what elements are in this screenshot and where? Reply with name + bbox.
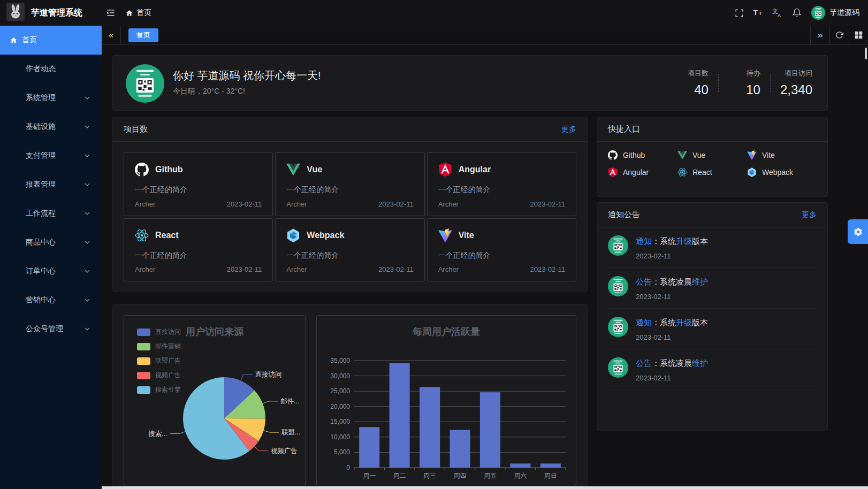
- stat-待办: 待办 10: [728, 68, 760, 97]
- project-head: Angular: [438, 163, 565, 177]
- project-author: Archer: [286, 200, 307, 208]
- tab-home[interactable]: 首页: [128, 28, 158, 42]
- project-date: 2023-02-11: [227, 265, 262, 273]
- angular-icon: [608, 167, 618, 177]
- projects-grid: Github 一个正经的简介 Archer 2023-02-11 Vue 一个正…: [113, 142, 587, 292]
- chevron-down-icon: [85, 299, 90, 302]
- project-footer: Archer 2023-02-11: [438, 265, 565, 273]
- project-footer: Archer 2023-02-11: [286, 265, 413, 273]
- sidebar-item-订单中心[interactable]: 订单中心: [0, 257, 102, 286]
- shortcut-Webpack[interactable]: Webpack: [747, 167, 817, 177]
- svg-text:周一: 周一: [363, 472, 376, 479]
- breadcrumb[interactable]: 首页: [125, 8, 151, 18]
- bar-chart-card: 每周用户活跃量 05,00010,00015,00020,00025,00030…: [316, 315, 576, 486]
- project-card-Angular[interactable]: Angular 一个正经的简介 Archer 2023-02-11: [427, 152, 576, 216]
- project-name: Angular: [459, 165, 491, 174]
- svg-text:20,000: 20,000: [330, 403, 350, 410]
- tabs-scroll-left-icon[interactable]: «: [102, 26, 121, 45]
- notice-title: 公告：系统凌晨维护: [636, 358, 708, 369]
- sidebar-item-工作流程[interactable]: 工作流程: [0, 199, 102, 228]
- sidebar-item-label: 工作流程: [26, 209, 56, 218]
- sidebar-item-支付管理[interactable]: 支付管理: [0, 141, 102, 170]
- sidebar-item-商品中心[interactable]: 商品中心: [0, 228, 102, 257]
- tabs-scroll-right-icon[interactable]: »: [810, 26, 829, 45]
- notices-list: 通知：系统升级版本 2023-02-11 公告：系统凌晨维护 2023-02-1…: [597, 227, 827, 390]
- notice-item[interactable]: 通知：系统升级版本 2023-02-11: [608, 227, 817, 268]
- project-card-Vite[interactable]: Vite 一个正经的简介 Archer 2023-02-11: [427, 218, 576, 282]
- fullscreen-icon[interactable]: [730, 4, 748, 22]
- sidebar-item-作者动态[interactable]: 作者动态: [0, 55, 102, 83]
- shortcuts-title: 快捷入口: [608, 124, 640, 134]
- shortcut-Vue[interactable]: Vue: [677, 150, 747, 160]
- github-icon: [608, 150, 618, 160]
- notice-title-segment: 公告: [636, 277, 652, 286]
- project-card-Webpack[interactable]: Webpack 一个正经的简介 Archer 2023-02-11: [275, 218, 424, 282]
- topbar: 芋道管理系统 首页 TT 文A 芋道源码: [0, 0, 868, 26]
- shortcut-label: Vue: [692, 151, 705, 159]
- stat-divider: [770, 74, 771, 92]
- charts-panel: 用户访问来源 直接访问 邮件营销 联盟广告 视频广告 搜索引擎 直接访问邮件..…: [112, 304, 588, 489]
- project-name: Vue: [307, 165, 322, 174]
- user-menu[interactable]: 芋道源码: [811, 6, 859, 20]
- notice-title-segment: 维护: [692, 277, 708, 286]
- project-desc: 一个正经的简介: [438, 185, 565, 195]
- logo-area[interactable]: 芋道管理系统: [0, 3, 102, 23]
- sidebar-item-首页[interactable]: 首页: [0, 26, 102, 55]
- settings-fab[interactable]: [848, 219, 868, 244]
- svg-text:35,000: 35,000: [330, 357, 350, 364]
- collapse-sidebar-icon[interactable]: [102, 4, 120, 22]
- stat-label: 待办: [728, 68, 760, 78]
- notice-item[interactable]: 通知：系统升级版本 2023-02-11: [608, 309, 817, 349]
- project-card-Vue[interactable]: Vue 一个正经的简介 Archer 2023-02-11: [275, 152, 424, 216]
- shortcut-Angular[interactable]: Angular: [608, 167, 677, 177]
- layout-grid-icon[interactable]: [849, 26, 868, 45]
- projects-title: 项目数: [124, 124, 148, 134]
- projects-more-link[interactable]: 更多: [561, 125, 576, 134]
- home-icon: [10, 36, 18, 44]
- stat-项目数: 项目数 40: [676, 68, 709, 97]
- bell-icon[interactable]: [788, 4, 806, 22]
- chevron-down-icon: [85, 241, 90, 244]
- svg-text:25,000: 25,000: [330, 387, 350, 395]
- sidebar-item-营销中心[interactable]: 营销中心: [0, 286, 102, 315]
- sidebar-item-系统管理[interactable]: 系统管理: [0, 83, 102, 112]
- sidebar-item-基础设施[interactable]: 基础设施: [0, 112, 102, 141]
- pie-chart-svg: 直接访问邮件...联盟...视频广告搜索...: [124, 316, 306, 487]
- shortcut-Github[interactable]: Github: [608, 150, 677, 160]
- logo-rabbit-avatar: [6, 3, 25, 23]
- shortcut-Vite[interactable]: Vite: [747, 150, 817, 160]
- sidebar-item-label: 支付管理: [26, 151, 56, 161]
- project-card-React[interactable]: React 一个正经的简介 Archer 2023-02-11: [124, 218, 273, 282]
- notice-item[interactable]: 公告：系统凌晨维护 2023-02-11: [608, 349, 817, 390]
- shortcut-React[interactable]: React: [677, 167, 747, 177]
- refresh-icon[interactable]: [829, 26, 849, 45]
- project-head: Vite: [438, 228, 565, 242]
- project-card-Github[interactable]: Github 一个正经的简介 Archer 2023-02-11: [124, 152, 273, 216]
- notice-title-segment: 通知: [636, 318, 652, 327]
- qr-avatar: [608, 357, 628, 382]
- project-footer: Archer 2023-02-11: [135, 200, 262, 208]
- svg-text:5,000: 5,000: [334, 448, 350, 456]
- sidebar-item-报表管理[interactable]: 报表管理: [0, 170, 102, 199]
- notice-title-segment: 升级: [676, 236, 692, 246]
- project-name: Webpack: [307, 231, 344, 240]
- notice-title-segment: ：系统: [652, 318, 676, 327]
- project-name: Vite: [459, 231, 474, 240]
- project-head: Webpack: [286, 228, 413, 242]
- sidebar-item-label: 系统管理: [26, 93, 56, 103]
- shortcuts-header: 快捷入口: [597, 117, 827, 142]
- notice-item[interactable]: 公告：系统凌晨维护 2023-02-11: [608, 268, 817, 309]
- svg-text:周六: 周六: [514, 472, 527, 479]
- scrollbar-thumb[interactable]: [865, 48, 867, 59]
- language-icon[interactable]: 文A: [768, 4, 787, 22]
- notices-header: 通知公告 更多: [597, 203, 827, 227]
- angular-icon: [438, 163, 452, 177]
- notices-more-link[interactable]: 更多: [802, 210, 817, 220]
- github-icon: [135, 163, 149, 177]
- greeting-title: 你好 芋道源码 祝你开心每一天!: [173, 68, 321, 83]
- pie-chart-card: 用户访问来源 直接访问 邮件营销 联盟广告 视频广告 搜索引擎 直接访问邮件..…: [124, 315, 306, 486]
- sidebar-item-公众号管理[interactable]: 公众号管理: [0, 315, 102, 343]
- webpack-icon: [747, 167, 757, 177]
- font-size-icon[interactable]: TT: [749, 4, 767, 22]
- notice-date: 2023-02-11: [636, 333, 708, 341]
